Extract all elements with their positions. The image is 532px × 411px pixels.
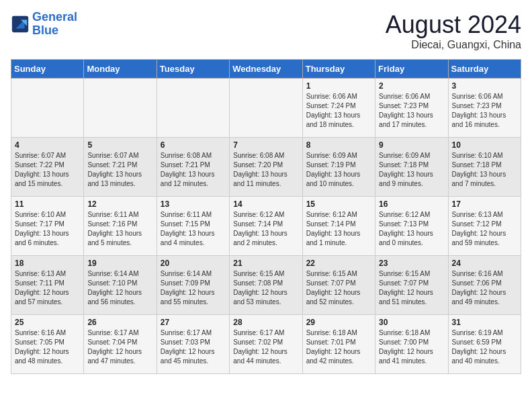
day-number: 14	[233, 199, 298, 209]
cell-content: Sunrise: 6:11 AM Sunset: 7:16 PM Dayligh…	[87, 210, 152, 248]
calendar-cell: 7Sunrise: 6:08 AM Sunset: 7:20 PM Daylig…	[230, 138, 302, 197]
day-number: 1	[306, 81, 371, 91]
calendar-cell: 23Sunrise: 6:15 AM Sunset: 7:07 PM Dayli…	[375, 256, 448, 315]
cell-content: Sunrise: 6:06 AM Sunset: 7:24 PM Dayligh…	[306, 92, 371, 130]
day-number: 12	[87, 199, 152, 209]
cell-content: Sunrise: 6:13 AM Sunset: 7:12 PM Dayligh…	[452, 210, 517, 248]
calendar-cell: 28Sunrise: 6:17 AM Sunset: 7:02 PM Dayli…	[230, 315, 302, 374]
cell-content: Sunrise: 6:12 AM Sunset: 7:13 PM Dayligh…	[379, 210, 444, 248]
day-number: 9	[379, 140, 444, 150]
column-header-tuesday: Tuesday	[157, 60, 229, 79]
cell-content: Sunrise: 6:15 AM Sunset: 7:07 PM Dayligh…	[379, 269, 444, 307]
day-number: 18	[15, 259, 80, 268]
day-number: 31	[452, 318, 517, 327]
column-header-friday: Friday	[375, 60, 448, 79]
calendar-cell: 19Sunrise: 6:14 AM Sunset: 7:10 PM Dayli…	[84, 256, 157, 315]
day-number: 5	[87, 140, 152, 150]
day-number: 23	[379, 259, 444, 268]
calendar-week-5: 25Sunrise: 6:16 AM Sunset: 7:05 PM Dayli…	[11, 315, 521, 374]
cell-content: Sunrise: 6:08 AM Sunset: 7:21 PM Dayligh…	[161, 151, 226, 189]
calendar-cell: 15Sunrise: 6:12 AM Sunset: 7:14 PM Dayli…	[302, 197, 375, 256]
cell-content: Sunrise: 6:12 AM Sunset: 7:14 PM Dayligh…	[306, 210, 371, 248]
day-number: 11	[15, 199, 80, 209]
calendar-cell: 13Sunrise: 6:11 AM Sunset: 7:15 PM Dayli…	[157, 197, 229, 256]
calendar-table: SundayMondayTuesdayWednesdayThursdayFrid…	[11, 59, 521, 374]
calendar-cell: 1Sunrise: 6:06 AM Sunset: 7:24 PM Daylig…	[302, 79, 375, 138]
column-header-saturday: Saturday	[448, 60, 521, 79]
calendar-cell: 3Sunrise: 6:06 AM Sunset: 7:23 PM Daylig…	[448, 79, 521, 138]
cell-content: Sunrise: 6:17 AM Sunset: 7:03 PM Dayligh…	[161, 328, 226, 366]
cell-content: Sunrise: 6:11 AM Sunset: 7:15 PM Dayligh…	[161, 210, 226, 248]
page-subtitle: Diecai, Guangxi, China	[386, 39, 521, 51]
cell-content: Sunrise: 6:15 AM Sunset: 7:07 PM Dayligh…	[306, 269, 371, 307]
cell-content: Sunrise: 6:09 AM Sunset: 7:18 PM Dayligh…	[379, 151, 444, 189]
calendar-cell: 4Sunrise: 6:07 AM Sunset: 7:22 PM Daylig…	[11, 138, 84, 197]
cell-content: Sunrise: 6:17 AM Sunset: 7:02 PM Dayligh…	[233, 328, 298, 366]
calendar-cell: 8Sunrise: 6:09 AM Sunset: 7:19 PM Daylig…	[302, 138, 375, 197]
calendar-cell: 16Sunrise: 6:12 AM Sunset: 7:13 PM Dayli…	[375, 197, 448, 256]
calendar-cell: 18Sunrise: 6:13 AM Sunset: 7:11 PM Dayli…	[11, 256, 84, 315]
day-number: 27	[161, 318, 226, 327]
calendar-cell: 31Sunrise: 6:19 AM Sunset: 6:59 PM Dayli…	[448, 315, 521, 374]
day-number: 3	[452, 81, 517, 91]
cell-content: Sunrise: 6:06 AM Sunset: 7:23 PM Dayligh…	[379, 92, 444, 130]
title-block: August 2024 Diecai, Guangxi, China	[386, 11, 521, 51]
day-number: 8	[306, 140, 371, 150]
day-number: 13	[161, 199, 226, 209]
calendar-cell: 30Sunrise: 6:18 AM Sunset: 7:00 PM Dayli…	[375, 315, 448, 374]
calendar-cell: 24Sunrise: 6:16 AM Sunset: 7:06 PM Dayli…	[448, 256, 521, 315]
day-number: 20	[161, 259, 226, 268]
calendar-week-3: 11Sunrise: 6:10 AM Sunset: 7:17 PM Dayli…	[11, 197, 521, 256]
cell-content: Sunrise: 6:14 AM Sunset: 7:09 PM Dayligh…	[161, 269, 226, 307]
cell-content: Sunrise: 6:08 AM Sunset: 7:20 PM Dayligh…	[233, 151, 298, 189]
column-header-thursday: Thursday	[302, 60, 375, 79]
day-number: 24	[452, 259, 517, 268]
column-header-wednesday: Wednesday	[230, 60, 302, 79]
logo-line1: General	[32, 10, 77, 24]
calendar-week-1: 1Sunrise: 6:06 AM Sunset: 7:24 PM Daylig…	[11, 79, 521, 138]
page-title: August 2024	[386, 11, 521, 39]
calendar-cell: 12Sunrise: 6:11 AM Sunset: 7:16 PM Dayli…	[84, 197, 157, 256]
calendar-header-row: SundayMondayTuesdayWednesdayThursdayFrid…	[11, 60, 521, 79]
day-number: 25	[15, 318, 80, 327]
calendar-cell	[230, 79, 302, 138]
calendar-cell: 20Sunrise: 6:14 AM Sunset: 7:09 PM Dayli…	[157, 256, 229, 315]
calendar-cell: 27Sunrise: 6:17 AM Sunset: 7:03 PM Dayli…	[157, 315, 229, 374]
calendar-cell: 17Sunrise: 6:13 AM Sunset: 7:12 PM Dayli…	[448, 197, 521, 256]
cell-content: Sunrise: 6:16 AM Sunset: 7:06 PM Dayligh…	[452, 269, 517, 307]
cell-content: Sunrise: 6:14 AM Sunset: 7:10 PM Dayligh…	[87, 269, 152, 307]
page-header: General Blue August 2024 Diecai, Guangxi…	[11, 11, 521, 51]
cell-content: Sunrise: 6:15 AM Sunset: 7:08 PM Dayligh…	[233, 269, 298, 307]
calendar-week-2: 4Sunrise: 6:07 AM Sunset: 7:22 PM Daylig…	[11, 138, 521, 197]
calendar-cell: 14Sunrise: 6:12 AM Sunset: 7:14 PM Dayli…	[230, 197, 302, 256]
calendar-cell	[11, 79, 84, 138]
calendar-cell	[157, 79, 229, 138]
column-header-sunday: Sunday	[11, 60, 84, 79]
day-number: 21	[233, 259, 298, 268]
logo-line2: Blue	[32, 24, 58, 37]
calendar-cell: 29Sunrise: 6:18 AM Sunset: 7:01 PM Dayli…	[302, 315, 375, 374]
day-number: 4	[15, 140, 80, 150]
day-number: 26	[87, 318, 152, 327]
calendar-cell: 26Sunrise: 6:17 AM Sunset: 7:04 PM Dayli…	[84, 315, 157, 374]
day-number: 7	[233, 140, 298, 150]
cell-content: Sunrise: 6:19 AM Sunset: 6:59 PM Dayligh…	[452, 328, 517, 366]
cell-content: Sunrise: 6:12 AM Sunset: 7:14 PM Dayligh…	[233, 210, 298, 248]
logo-icon	[11, 15, 30, 34]
cell-content: Sunrise: 6:18 AM Sunset: 7:00 PM Dayligh…	[379, 328, 444, 366]
day-number: 2	[379, 81, 444, 91]
cell-content: Sunrise: 6:18 AM Sunset: 7:01 PM Dayligh…	[306, 328, 371, 366]
day-number: 19	[87, 259, 152, 268]
cell-content: Sunrise: 6:10 AM Sunset: 7:18 PM Dayligh…	[452, 151, 517, 189]
day-number: 22	[306, 259, 371, 268]
calendar-cell: 11Sunrise: 6:10 AM Sunset: 7:17 PM Dayli…	[11, 197, 84, 256]
day-number: 29	[306, 318, 371, 327]
cell-content: Sunrise: 6:10 AM Sunset: 7:17 PM Dayligh…	[15, 210, 80, 248]
cell-content: Sunrise: 6:17 AM Sunset: 7:04 PM Dayligh…	[87, 328, 152, 366]
cell-content: Sunrise: 6:09 AM Sunset: 7:19 PM Dayligh…	[306, 151, 371, 189]
column-header-monday: Monday	[84, 60, 157, 79]
calendar-cell: 25Sunrise: 6:16 AM Sunset: 7:05 PM Dayli…	[11, 315, 84, 374]
calendar-cell	[84, 79, 157, 138]
logo-text: General Blue	[32, 11, 77, 38]
day-number: 10	[452, 140, 517, 150]
